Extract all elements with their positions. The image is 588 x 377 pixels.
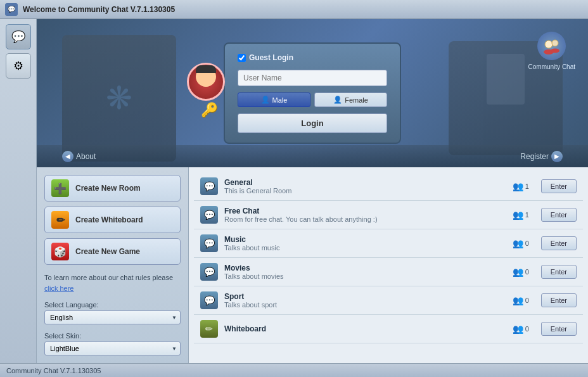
- skin-label: Select Skin:: [44, 332, 181, 340]
- users-icon: 👥: [513, 210, 523, 220]
- content-area: ❋ Community Chat: [37, 19, 588, 363]
- room-info: Free Chat Room for free chat. You can ta…: [224, 207, 506, 223]
- right-arrow-icon: ▶: [551, 151, 563, 162]
- language-select-wrapper: English French German Spanish ▼: [44, 310, 181, 324]
- key-icon: 🔑: [201, 102, 218, 118]
- enter-button[interactable]: Enter: [541, 265, 577, 279]
- room-name: Free Chat: [224, 207, 506, 215]
- room-info: Sport Talks about sport: [224, 292, 506, 309]
- title-bar: 💬 Welcome to Community Chat V.7.1.130305: [0, 0, 588, 19]
- users-icon: 👥: [513, 324, 523, 334]
- about-button[interactable]: ◀ About: [62, 151, 96, 162]
- room-row: 💬 Free Chat Room for free chat. You can …: [194, 201, 583, 229]
- create-room-icon: ➕: [51, 179, 69, 197]
- room-icon: ✏: [200, 320, 218, 338]
- room-desc: Talks about movies: [224, 272, 506, 280]
- room-name: Whiteboard: [224, 324, 506, 333]
- create-whiteboard-icon: ✏: [51, 211, 69, 229]
- login-button[interactable]: Login: [238, 113, 387, 133]
- user-count: 0: [525, 240, 529, 247]
- svg-point-0: [545, 41, 553, 48]
- language-label: Select Language:: [44, 301, 181, 309]
- enter-button[interactable]: Enter: [541, 236, 577, 250]
- room-info: Movies Talks about movies: [224, 264, 506, 280]
- login-panel: 🔑 Guest Login 👤 Male 👤: [224, 42, 401, 144]
- room-name: General: [224, 178, 506, 187]
- room-users: 👥 1: [513, 210, 535, 220]
- room-users: 👥 0: [513, 295, 535, 305]
- enter-button[interactable]: Enter: [541, 322, 577, 336]
- users-icon: 👥: [513, 181, 523, 191]
- users-icon: 👥: [513, 295, 523, 305]
- room-icon: 💬: [200, 177, 218, 195]
- avatar-hair: [196, 65, 216, 73]
- left-arrow-icon: ◀: [62, 151, 74, 162]
- room-info: Whiteboard: [224, 324, 506, 333]
- room-desc: This is General Room: [224, 187, 506, 195]
- banner-nav: ◀ About Register ▶: [37, 145, 588, 167]
- room-icon: 💬: [200, 263, 218, 281]
- skin-select[interactable]: LightBlue DarkBlue Silver Green: [44, 342, 181, 355]
- user-count: 1: [525, 182, 529, 190]
- room-row: ✏ Whiteboard 👥 0 Enter: [194, 315, 583, 343]
- status-text: Community Chat V.7.1.130305: [6, 367, 101, 374]
- room-name: Music: [224, 235, 506, 244]
- user-count: 0: [525, 297, 529, 304]
- banner: ❋ Community Chat: [37, 19, 588, 167]
- username-input[interactable]: [238, 70, 387, 86]
- svg-point-1: [552, 40, 558, 46]
- guest-login-checkbox[interactable]: [238, 54, 246, 62]
- avatar-area: 🔑: [187, 63, 231, 120]
- sidebar-btn-chat[interactable]: 💬: [6, 24, 31, 49]
- language-select[interactable]: English French German Spanish: [44, 310, 181, 324]
- room-row: 💬 Sport Talks about sport 👥 0 Enter: [194, 286, 583, 315]
- rules-link[interactable]: click here: [44, 284, 74, 292]
- user-count: 0: [525, 268, 529, 276]
- room-icon: 💬: [200, 206, 218, 224]
- sidebar: 💬 ⚙: [0, 19, 37, 363]
- create-whiteboard-button[interactable]: ✏ Create Whiteboard: [44, 207, 181, 233]
- watermark-icon: ❋: [106, 80, 132, 117]
- main-container: 💬 ⚙ ❋: [0, 19, 588, 363]
- room-desc: Talks about sport: [224, 301, 506, 309]
- room-name: Sport: [224, 292, 506, 301]
- enter-button[interactable]: Enter: [541, 179, 577, 193]
- status-bar: Community Chat V.7.1.130305: [0, 363, 588, 377]
- gender-row: 👤 Male 👤 Female: [238, 93, 387, 107]
- skin-select-wrapper: LightBlue DarkBlue Silver Green ▼: [44, 342, 181, 355]
- enter-button[interactable]: Enter: [541, 293, 577, 307]
- male-button[interactable]: 👤 Male: [238, 93, 310, 107]
- guest-login-label[interactable]: Guest Login: [238, 53, 293, 62]
- users-icon: 👥: [513, 267, 523, 277]
- room-desc: Room for free chat. You can talk about a…: [224, 215, 506, 223]
- rooms-panel: 💬 General This is General Room 👥 1 Enter…: [189, 167, 588, 363]
- window-title: Welcome to Community Chat V.7.1.130305: [23, 5, 175, 14]
- room-icon: 💬: [200, 234, 218, 252]
- rules-text: To learn more about our chat rules pleas…: [44, 272, 181, 293]
- language-section: Select Language: English French German S…: [44, 301, 181, 324]
- community-chat-logo: [537, 32, 566, 60]
- community-chat-icon-area: Community Chat: [528, 32, 575, 71]
- svg-point-3: [551, 48, 559, 53]
- window-icon: 💬: [5, 3, 18, 16]
- room-name: Movies: [224, 264, 506, 272]
- room-icon: 💬: [200, 291, 218, 309]
- register-button[interactable]: Register ▶: [520, 151, 563, 162]
- female-icon: 👤: [333, 96, 342, 104]
- user-count: 1: [525, 211, 529, 219]
- create-new-game-button[interactable]: 🎲 Create New Game: [44, 238, 181, 265]
- user-count: 0: [525, 325, 529, 333]
- room-users: 👥 0: [513, 267, 535, 277]
- room-info: Music Talks about music: [224, 235, 506, 252]
- room-row: 💬 Movies Talks about movies 👥 0 Enter: [194, 258, 583, 286]
- female-button[interactable]: 👤 Female: [314, 93, 387, 107]
- room-desc: Talks about music: [224, 244, 506, 252]
- room-row: 💬 Music Talks about music 👥 0 Enter: [194, 229, 583, 258]
- room-users: 👥 0: [513, 238, 535, 248]
- left-panel: ➕ Create New Room ✏ Create Whiteboard 🎲 …: [37, 167, 189, 363]
- sidebar-btn-settings[interactable]: ⚙: [6, 53, 31, 79]
- enter-button[interactable]: Enter: [541, 208, 577, 222]
- create-new-room-button[interactable]: ➕ Create New Room: [44, 175, 181, 201]
- users-icon: 👥: [513, 238, 523, 248]
- guest-login-row: Guest Login: [238, 53, 387, 62]
